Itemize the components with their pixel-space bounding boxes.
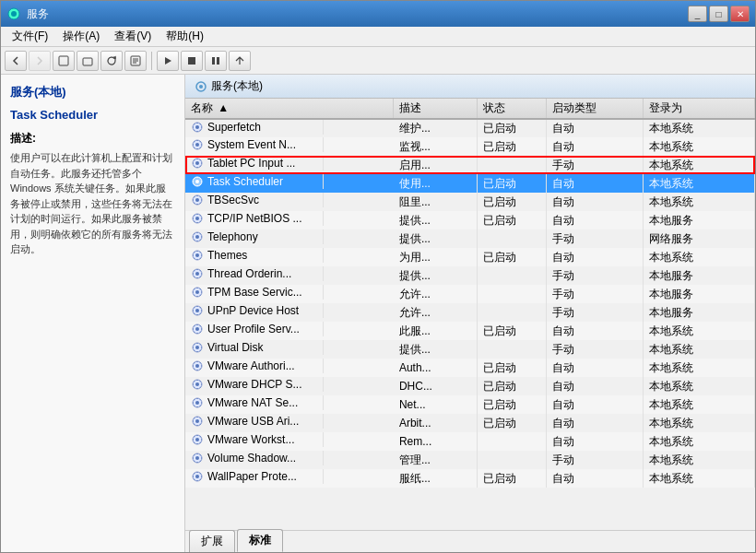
desc-label: 描述:	[10, 131, 175, 147]
cell-service-name: User Profile Serv...	[185, 322, 324, 336]
gear-icon	[191, 341, 204, 354]
gear-icon	[191, 212, 204, 225]
service-name-text: VMware Workst...	[207, 433, 294, 446]
maximize-button[interactable]: □	[709, 6, 728, 22]
minimize-button[interactable]: _	[688, 6, 707, 22]
refresh-button[interactable]	[100, 51, 123, 71]
svg-point-20	[195, 180, 199, 183]
table-row[interactable]: VMware Authori...Auth...已启动自动本地系统	[185, 359, 755, 377]
table-row[interactable]: Thread Orderin...提供...手动本地服务	[185, 266, 755, 285]
gear-icon	[191, 230, 204, 243]
cell-desc: 提供...	[394, 229, 477, 248]
gear-icon	[191, 323, 204, 335]
table-row[interactable]: VMware Workst...Rem...自动本地系统	[185, 432, 755, 451]
right-panel: 服务(本地) 名称 ▲ 描述 状态 启动类型	[185, 75, 755, 552]
cell-desc: 监视...	[394, 137, 477, 156]
left-panel: 服务(本地) Task Scheduler 描述: 使用户可以在此计算机上配置和…	[1, 75, 185, 552]
cell-startup: 手动	[547, 303, 644, 322]
service-name-text: TPM Base Servic...	[207, 286, 302, 299]
cell-desc: 为用...	[394, 248, 477, 266]
cell-login: 本地系统	[644, 377, 755, 395]
services-table-container[interactable]: 名称 ▲ 描述 状态 启动类型 登录为 Superfetch维护...已启动自动…	[185, 99, 755, 530]
menu-view[interactable]: 查看(V)	[107, 27, 159, 46]
cell-desc: 提供...	[394, 266, 477, 285]
pause-button[interactable]	[205, 51, 227, 71]
col-header-name[interactable]: 名称 ▲	[185, 99, 394, 119]
table-row[interactable]: TCP/IP NetBIOS ...提供...已启动自动本地服务	[185, 211, 755, 229]
col-header-status[interactable]: 状态	[477, 99, 546, 119]
table-row[interactable]: UPnP Device Host允许...手动本地服务	[185, 303, 755, 322]
cell-startup: 自动	[547, 469, 644, 488]
cell-login: 本地系统	[644, 395, 755, 414]
gear-icon	[191, 433, 204, 446]
cell-desc: 提供...	[394, 211, 477, 229]
cell-startup: 手动	[547, 266, 644, 285]
service-name-text: Virtual Disk	[207, 341, 263, 354]
cell-login: 本地系统	[644, 137, 755, 156]
tab-standard[interactable]: 标准	[237, 529, 283, 552]
service-name-text: VMware DHCP S...	[207, 378, 301, 391]
tab-extend[interactable]: 扩展	[189, 530, 235, 552]
play-button[interactable]	[157, 51, 179, 71]
service-name-text: Telephony	[207, 230, 258, 243]
up-button[interactable]	[53, 51, 75, 71]
svg-point-36	[195, 327, 199, 331]
table-row[interactable]: Tablet PC Input ...启用...手动本地系统	[185, 156, 755, 174]
back-button[interactable]	[5, 51, 27, 71]
menu-help[interactable]: 帮助(H)	[159, 27, 211, 46]
table-row[interactable]: Task Scheduler使用...已启动自动本地系统	[185, 174, 755, 193]
service-name-text: Themes	[207, 249, 247, 262]
table-row[interactable]: User Profile Serv...此服...已启动自动本地系统	[185, 322, 755, 340]
table-row[interactable]: Telephony提供...手动网络服务	[185, 229, 755, 248]
table-row[interactable]: Superfetch维护...已启动自动本地系统	[185, 119, 755, 137]
cell-startup: 自动	[547, 414, 644, 432]
table-row[interactable]: TBSecSvc阻里...已启动自动本地系统	[185, 193, 755, 211]
table-row[interactable]: VMware NAT Se...Net...已启动自动本地系统	[185, 395, 755, 414]
cell-login: 本地系统	[644, 119, 755, 137]
svg-point-50	[195, 456, 199, 460]
table-row[interactable]: WallPaper Prote...服纸...已启动自动本地系统	[185, 469, 755, 488]
menu-file[interactable]: 文件(F)	[5, 27, 55, 46]
svg-point-24	[195, 217, 199, 220]
forward-button[interactable]	[29, 51, 51, 71]
cell-startup: 自动	[547, 248, 644, 266]
cell-desc: 允许...	[394, 285, 477, 303]
table-row[interactable]: Themes为用...已启动自动本地系统	[185, 248, 755, 266]
table-row[interactable]: TPM Base Servic...允许...手动本地服务	[185, 285, 755, 303]
close-button[interactable]: ✕	[730, 6, 750, 22]
gear-icon	[191, 378, 204, 391]
service-name-text: TCP/IP NetBIOS ...	[207, 212, 301, 225]
service-name-text: UPnP Device Host	[207, 304, 299, 317]
cell-login: 网络服务	[644, 229, 755, 248]
cell-desc: Arbit...	[394, 414, 477, 432]
table-row[interactable]: System Event N...监视...已启动自动本地系统	[185, 137, 755, 156]
table-row[interactable]: VMware USB Ari...Arbit...已启动自动本地系统	[185, 414, 755, 432]
restart-button[interactable]	[229, 51, 251, 71]
cell-desc: 阻里...	[394, 193, 477, 211]
cell-startup: 自动	[547, 432, 644, 451]
menu-action[interactable]: 操作(A)	[55, 27, 107, 46]
folder-button[interactable]	[77, 51, 99, 71]
cell-login: 本地系统	[644, 432, 755, 451]
services-header-icon	[195, 80, 207, 93]
services-header-title: 服务(本地)	[195, 78, 263, 94]
cell-status: 已启动	[477, 248, 546, 266]
col-header-startup[interactable]: 启动类型	[547, 99, 644, 119]
properties-button[interactable]	[124, 51, 147, 71]
cell-service-name: VMware USB Ari...	[185, 414, 324, 429]
table-row[interactable]: VMware DHCP S...DHC...已启动自动本地系统	[185, 377, 755, 395]
cell-status	[477, 432, 546, 451]
stop-button[interactable]	[181, 51, 203, 71]
gear-icon	[191, 157, 204, 170]
table-row[interactable]: Virtual Disk提供...手动本地系统	[185, 340, 755, 359]
cell-login: 本地系统	[644, 451, 755, 469]
col-header-login[interactable]: 登录为	[644, 99, 755, 119]
cell-login: 本地系统	[644, 322, 755, 340]
cell-service-name: Thread Orderin...	[185, 266, 324, 281]
cell-status	[477, 303, 546, 322]
col-header-desc[interactable]: 描述	[394, 99, 477, 119]
cell-status: 已启动	[477, 193, 546, 211]
table-row[interactable]: Volume Shadow...管理...手动本地系统	[185, 451, 755, 469]
gear-icon	[191, 138, 204, 151]
cell-login: 本地系统	[644, 469, 755, 488]
